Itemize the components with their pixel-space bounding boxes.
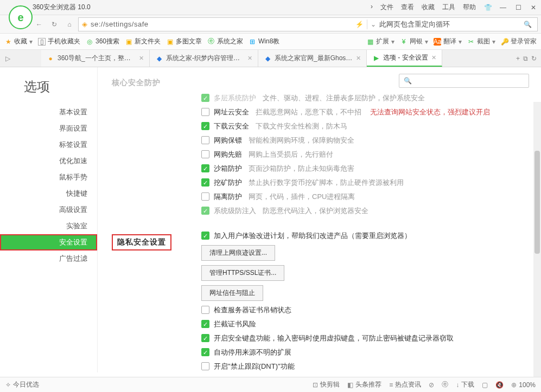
mute-icon[interactable]: 🔇	[495, 381, 504, 389]
scrollbar[interactable]	[533, 102, 541, 377]
bookmark-item[interactable]: ⊞Win8教	[249, 37, 279, 46]
menu-arrow-icon[interactable]: ›	[371, 3, 373, 12]
translate-icon: Aa	[434, 38, 441, 46]
sidebar-item-speed[interactable]: 优化加速	[0, 153, 97, 169]
windows-icon: ⊞	[249, 38, 256, 46]
menu-file[interactable]: 文件	[380, 3, 393, 12]
clear-traces-button[interactable]: 清理上网痕迹设置...	[201, 245, 275, 261]
checkbox[interactable]	[201, 136, 209, 144]
option-row: 系统级防注入防恶意代码注入，保护浏览器安全	[201, 206, 530, 216]
checkbox[interactable]	[201, 164, 209, 172]
checkbox[interactable]	[201, 150, 209, 158]
tab-close-icon[interactable]: ✕	[431, 54, 436, 61]
tab[interactable]: ◆系统之家官网_最新Ghost X✕	[258, 50, 367, 67]
sidebar-item-tabs[interactable]: 标签设置	[0, 137, 97, 153]
sidebar-item-mouse[interactable]: 鼠标手势	[0, 169, 97, 185]
close-button[interactable]: ✕	[526, 2, 541, 14]
login-mgr-button[interactable]: 🔑登录管家	[501, 37, 537, 46]
reload-button[interactable]: ↻	[48, 18, 61, 31]
option-row: 自动停用来源不明的扩展	[201, 348, 530, 357]
tab-close-icon[interactable]: ✕	[247, 55, 252, 62]
bank-button[interactable]: ¥网银▾	[400, 37, 428, 46]
tab[interactable]: ◆系统之家-织梦内容管理系统✕	[150, 50, 258, 67]
option-row: 沙箱防护页面沙箱防护，防止未知病毒危害	[201, 164, 530, 173]
phone-icon: ▯	[38, 38, 46, 46]
sidebar-item-security[interactable]: 安全设置	[0, 234, 97, 250]
option-row: 多层系统防护文件、驱动、进程、注册表多层防护，保护系统安全	[201, 93, 530, 103]
bookmark-item[interactable]: ▣多图文章	[166, 37, 202, 46]
scissors-icon: ✂	[467, 38, 475, 46]
news-icon: ◧	[347, 381, 353, 389]
sidebar-item-advanced[interactable]: 高级设置	[0, 202, 97, 218]
menu-view[interactable]: 查看	[401, 3, 414, 12]
bookmark-item[interactable]: ⓔ系统之家	[207, 37, 243, 46]
pip-icon[interactable]: ▢	[482, 381, 488, 389]
hot-news[interactable]: ≡热点资讯	[389, 380, 421, 389]
warning-text: 无法查询网站安全状态，强烈建议开启	[370, 107, 490, 117]
tab[interactable]: ●360导航_一个主页，整个世✕	[41, 50, 150, 67]
skin-button[interactable]: 👕	[480, 2, 495, 14]
checkbox[interactable]	[201, 108, 209, 116]
tab-close-icon[interactable]: ✕	[139, 55, 144, 62]
quick-clip[interactable]: ⊡快剪辑	[313, 380, 340, 389]
add-favorite-button[interactable]: ★收藏▾	[4, 37, 33, 46]
compat-icon[interactable]: ⓔ	[442, 380, 448, 389]
scrollbar-thumb[interactable]	[534, 151, 540, 254]
status-bar: ✧今日优选 ⊡快剪辑 ◧头条推荐 ≡热点资讯 ⊘ ⓔ ↓下载 ▢ 🔇 ⊕100%	[0, 377, 541, 392]
bookmark-item[interactable]: ▣新文件夹	[125, 37, 161, 46]
checkbox[interactable]	[201, 348, 209, 356]
bookmark-item[interactable]: ◎360搜索	[86, 37, 119, 46]
address-bar[interactable]: ◈ se://settings/safe ⚡ ⌄ 此网页包含重定向循环 🔍	[78, 17, 538, 31]
checkbox[interactable]	[201, 362, 209, 370]
checkbox[interactable]	[201, 320, 209, 328]
sidebar: 选项 基本设置 界面设置 标签设置 优化加速 鼠标手势 快捷键 高级设置 实验室…	[0, 67, 98, 372]
maximize-button[interactable]: ☐	[511, 2, 526, 14]
option-row: 网购先赔网购上当受损后，先行赔付	[201, 150, 530, 159]
tabs-bar: ▷ ●360导航_一个主页，整个世✕ ◆系统之家-织梦内容管理系统✕ ◆系统之家…	[0, 50, 541, 67]
headlines[interactable]: ◧头条推荐	[347, 380, 381, 389]
option-row: 拦截证书风险	[201, 319, 530, 329]
option-row: 检查服务器证书吊销状态	[201, 305, 530, 315]
minimize-button[interactable]: —	[495, 2, 511, 14]
back-button[interactable]: ←	[33, 18, 46, 31]
checkbox[interactable]	[201, 232, 209, 240]
home-button[interactable]: ⌂	[63, 18, 76, 31]
bolt-icon[interactable]: ⚡	[355, 21, 364, 28]
checkbox[interactable]	[201, 94, 209, 102]
bookmark-item[interactable]: ▯手机收藏夹	[38, 37, 80, 46]
search-icon[interactable]: 🔍	[524, 21, 532, 28]
sidebar-item-ui[interactable]: 界面设置	[0, 120, 97, 137]
today-picks[interactable]: ✧今日优选	[5, 380, 39, 389]
menu-help[interactable]: 帮助	[463, 3, 476, 12]
tab-close-icon[interactable]: ✕	[356, 55, 361, 62]
content-area: 🔍 核心安全防护 多层系统防护文件、驱动、进程、注册表多层防护，保护系统安全 网…	[98, 67, 541, 372]
checkbox[interactable]	[201, 122, 209, 130]
dropdown-icon[interactable]: ⌄	[371, 21, 376, 28]
refresh-all-icon[interactable]: ↻	[531, 55, 537, 62]
screenshot-button[interactable]: ✂截图▾	[467, 37, 495, 46]
settings-search[interactable]: 🔍	[399, 74, 529, 88]
sidebar-item-lab[interactable]: 实验室	[0, 218, 97, 234]
sidebar-item-basic[interactable]: 基本设置	[0, 104, 97, 120]
checkbox[interactable]	[201, 207, 209, 215]
new-tab-button[interactable]: +	[516, 55, 520, 62]
translate-button[interactable]: Aa翻译▾	[434, 37, 462, 46]
sidebar-item-adblock[interactable]: 广告过滤	[0, 250, 97, 267]
manage-ssl-button[interactable]: 管理HTTPS/SSL证书...	[201, 265, 284, 281]
zoom[interactable]: ⊕100%	[511, 381, 536, 389]
checkbox[interactable]	[201, 192, 209, 201]
block-icon[interactable]: ⊘	[429, 381, 434, 389]
menu-fav[interactable]: 收藏	[422, 3, 435, 12]
trust-block-button[interactable]: 网址信任与阻止	[201, 285, 263, 301]
checkbox[interactable]	[201, 178, 209, 187]
tab-active[interactable]: ▶选项 - 安全设置✕	[367, 50, 442, 67]
zoom-icon: ⊕	[511, 381, 517, 389]
ext-button[interactable]: ▦扩展▾	[366, 37, 394, 46]
checkbox[interactable]	[201, 334, 209, 342]
sidebar-item-shortcut[interactable]: 快捷键	[0, 185, 97, 202]
menu-tools[interactable]: 工具	[442, 3, 455, 12]
restore-tab-icon[interactable]: ⧉	[523, 55, 528, 62]
checkbox[interactable]	[201, 306, 209, 314]
downloads[interactable]: ↓下载	[456, 380, 474, 389]
panel-toggle-icon[interactable]: ▷	[0, 50, 15, 67]
